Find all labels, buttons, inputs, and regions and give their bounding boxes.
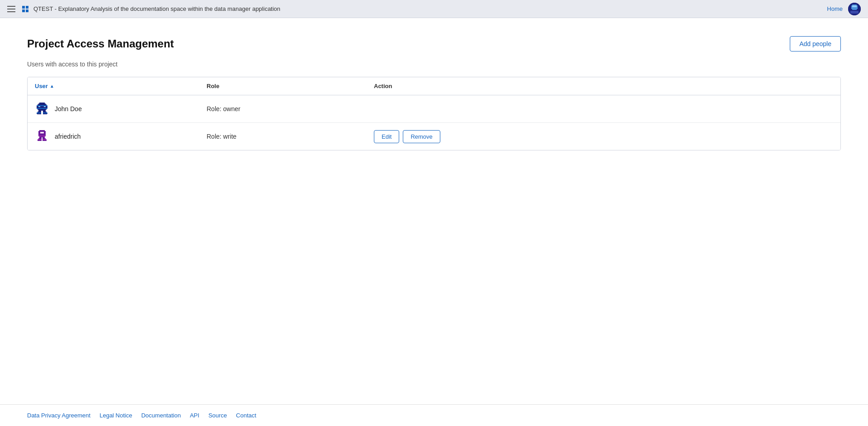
footer-link-contact[interactable]: Contact bbox=[236, 412, 256, 419]
role-cell-afriedrich: Role: write bbox=[207, 133, 374, 140]
main-content: Project Access Management Add people Use… bbox=[0, 18, 868, 404]
svg-rect-19 bbox=[39, 103, 45, 103]
svg-rect-7 bbox=[854, 5, 855, 5]
svg-rect-27 bbox=[46, 106, 47, 107]
svg-rect-61 bbox=[42, 140, 47, 141]
navbar-title: QTEST - Explanatory Analysis of the docu… bbox=[21, 5, 280, 14]
col-header-action: Action bbox=[374, 83, 833, 89]
svg-rect-58 bbox=[38, 139, 42, 140]
svg-rect-45 bbox=[38, 133, 40, 134]
svg-rect-30 bbox=[38, 109, 47, 110]
svg-rect-8 bbox=[855, 5, 856, 5]
role-cell-johndoe: Role: owner bbox=[207, 105, 374, 112]
svg-rect-13 bbox=[857, 6, 858, 7]
svg-rect-39 bbox=[43, 113, 47, 114]
svg-rect-24 bbox=[38, 106, 40, 107]
svg-rect-29 bbox=[37, 108, 47, 109]
svg-rect-38 bbox=[37, 113, 41, 114]
navbar-right: Home bbox=[827, 3, 861, 15]
svg-rect-28 bbox=[37, 107, 47, 108]
svg-rect-11 bbox=[857, 5, 858, 6]
footer: Data Privacy Agreement Legal Notice Docu… bbox=[0, 404, 868, 426]
svg-rect-34 bbox=[38, 112, 41, 112]
svg-rect-31 bbox=[38, 110, 46, 111]
svg-rect-44 bbox=[44, 132, 46, 133]
svg-rect-26 bbox=[44, 106, 46, 107]
svg-rect-48 bbox=[38, 134, 40, 135]
add-people-button[interactable]: Add people bbox=[790, 36, 841, 51]
navbar-title-text: QTEST - Explanatory Analysis of the docu… bbox=[33, 5, 280, 12]
col-header-user[interactable]: User ▲ bbox=[35, 83, 207, 89]
svg-rect-12 bbox=[851, 6, 852, 7]
remove-button-afriedrich[interactable]: Remove bbox=[403, 130, 440, 143]
page-subtitle: Users with access to this project bbox=[27, 61, 841, 68]
table-header: User ▲ Role Action bbox=[28, 77, 840, 95]
svg-rect-5 bbox=[852, 5, 853, 5]
svg-rect-54 bbox=[39, 137, 42, 138]
svg-rect-55 bbox=[42, 137, 45, 138]
col-header-role: Role bbox=[207, 83, 374, 89]
svg-rect-46 bbox=[40, 133, 44, 134]
svg-rect-56 bbox=[38, 138, 42, 139]
svg-rect-15 bbox=[851, 7, 858, 9]
user-name-afriedrich: afriedrich bbox=[55, 133, 81, 140]
table-row: afriedrich Role: write Edit Remove bbox=[28, 123, 840, 150]
svg-rect-23 bbox=[37, 106, 38, 107]
navbar-left: QTEST - Explanatory Analysis of the docu… bbox=[7, 5, 280, 14]
svg-rect-36 bbox=[37, 112, 41, 113]
svg-rect-60 bbox=[38, 140, 42, 141]
svg-rect-57 bbox=[42, 138, 46, 139]
svg-rect-41 bbox=[39, 130, 45, 131]
svg-rect-9 bbox=[856, 5, 857, 5]
user-name-johndoe: John Doe bbox=[55, 105, 82, 112]
user-cell-afriedrich: afriedrich bbox=[35, 129, 207, 144]
svg-rect-16 bbox=[852, 9, 857, 10]
page-title: Project Access Management bbox=[27, 37, 174, 50]
svg-rect-52 bbox=[38, 136, 46, 136]
svg-rect-50 bbox=[44, 134, 46, 135]
footer-link-data-privacy[interactable]: Data Privacy Agreement bbox=[27, 412, 90, 419]
svg-rect-32 bbox=[38, 111, 41, 112]
edit-button-afriedrich[interactable]: Edit bbox=[374, 130, 399, 143]
avatar-johndoe bbox=[35, 102, 49, 116]
svg-rect-59 bbox=[42, 139, 47, 140]
svg-rect-20 bbox=[38, 103, 46, 104]
svg-rect-1 bbox=[26, 6, 28, 9]
hamburger-menu[interactable] bbox=[7, 6, 15, 12]
users-table: User ▲ Role Action bbox=[27, 77, 841, 150]
svg-rect-43 bbox=[38, 132, 40, 133]
sort-icon-user: ▲ bbox=[50, 84, 54, 89]
svg-rect-53 bbox=[39, 136, 45, 137]
svg-rect-3 bbox=[26, 9, 28, 12]
footer-link-legal-notice[interactable]: Legal Notice bbox=[99, 412, 132, 419]
avatar-afriedrich bbox=[35, 129, 49, 144]
svg-rect-10 bbox=[851, 5, 852, 6]
svg-rect-0 bbox=[22, 6, 25, 9]
home-link[interactable]: Home bbox=[827, 5, 843, 12]
user-avatar-nav[interactable] bbox=[848, 3, 861, 15]
svg-rect-33 bbox=[43, 111, 46, 112]
svg-rect-37 bbox=[43, 112, 47, 113]
footer-link-source[interactable]: Source bbox=[208, 412, 227, 419]
svg-rect-47 bbox=[44, 133, 46, 134]
navbar: QTEST - Explanatory Analysis of the docu… bbox=[0, 0, 868, 18]
svg-rect-17 bbox=[850, 11, 859, 14]
action-cell-afriedrich: Edit Remove bbox=[374, 130, 833, 143]
svg-rect-42 bbox=[38, 131, 46, 132]
project-icon bbox=[21, 5, 30, 14]
footer-link-api[interactable]: API bbox=[190, 412, 199, 419]
svg-rect-35 bbox=[43, 112, 47, 112]
svg-rect-21 bbox=[38, 104, 47, 105]
footer-link-documentation[interactable]: Documentation bbox=[141, 412, 180, 419]
svg-rect-2 bbox=[22, 9, 25, 12]
page-header: Project Access Management Add people bbox=[27, 36, 841, 51]
svg-rect-6 bbox=[853, 5, 854, 5]
svg-rect-22 bbox=[37, 105, 47, 106]
user-cell-johndoe: John Doe bbox=[35, 102, 207, 116]
svg-rect-51 bbox=[38, 135, 46, 136]
svg-rect-25 bbox=[40, 106, 44, 107]
table-row: John Doe Role: owner bbox=[28, 95, 840, 123]
svg-rect-49 bbox=[40, 134, 44, 135]
